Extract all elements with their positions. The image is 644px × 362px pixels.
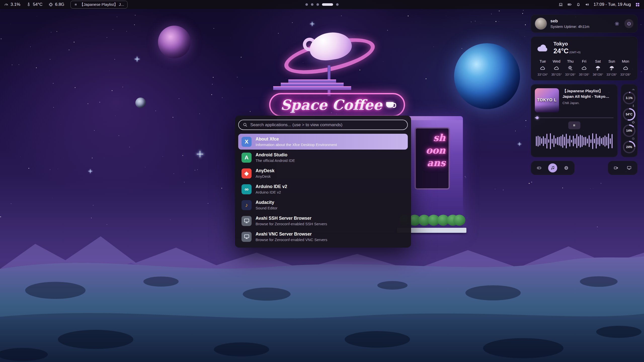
- pause-button[interactable]: [568, 121, 580, 129]
- anydesk-app-icon: ◆: [242, 168, 252, 178]
- notifications-icon: [576, 2, 581, 7]
- cloud-icon: [540, 65, 546, 71]
- umbrella-icon: [595, 65, 601, 71]
- launcher-item[interactable]: AAndroid StudioThe official Android IDE: [238, 150, 408, 165]
- forecast-day-thu: Thu33°/26°: [564, 59, 577, 76]
- chip-icon: [632, 121, 635, 124]
- waveform-bar: [552, 139, 553, 144]
- album-art[interactable]: TOKYO L: [535, 88, 559, 112]
- now-playing-module[interactable]: 【Japanese Playlist】 J...: [70, 1, 128, 9]
- waveform-bar: [576, 134, 577, 148]
- workspace-dot-5[interactable]: [336, 3, 339, 6]
- launcher-item[interactable]: XAbout XfceInformation about the Xfce De…: [238, 134, 408, 150]
- note-icon: [550, 165, 555, 170]
- waveform-bar: [608, 133, 609, 149]
- waveform-bar: [601, 138, 602, 144]
- temperature-gauge-value: 54°C: [626, 113, 633, 116]
- application-list: XAbout XfceInformation about the Xfce De…: [238, 134, 408, 245]
- globe-quick-button[interactable]: [562, 164, 570, 172]
- launcher-item[interactable]: ∞Arduino IDE v2Arduino IDE v2: [238, 181, 408, 197]
- waveform-bar: [559, 137, 560, 146]
- clock[interactable]: 17:09 - Tue, 19 Aug: [594, 2, 631, 7]
- gamepad-quick-button[interactable]: [535, 164, 543, 172]
- battery-button[interactable]: [567, 2, 572, 7]
- waveform-bar: [575, 138, 576, 144]
- waveform-bar: [583, 137, 584, 145]
- status-icons: [558, 2, 589, 7]
- workspace-indicator[interactable]: [305, 3, 339, 6]
- app-name: About Xfce: [256, 137, 337, 142]
- forecast-day-wed: Wed35°/25°: [550, 59, 564, 76]
- launcher-item[interactable]: ♪AudacitySound Editor: [238, 197, 408, 213]
- memory-indicator[interactable]: 6.8G: [49, 2, 64, 7]
- umbrella-icon: [609, 65, 615, 71]
- forecast-temps: 33°/26°: [607, 73, 617, 76]
- note-quick-button[interactable]: [548, 163, 557, 172]
- launcher-search[interactable]: [238, 120, 408, 130]
- waveform-bar: [569, 135, 570, 147]
- uptime-label: System Uptime: 4h11m: [550, 24, 589, 29]
- window-neon-text: sh: [433, 132, 446, 143]
- weather-timezone: (GMT+9): [569, 51, 580, 54]
- seek-bar[interactable]: [535, 116, 614, 119]
- memory-gauge-value: 14%: [626, 129, 632, 132]
- forecast-day-sat: Sat36°/26°: [591, 59, 605, 76]
- temperature-gauge-ring: 54°C: [623, 108, 635, 121]
- waveform-bar: [545, 138, 546, 144]
- notifications-button[interactable]: [576, 2, 581, 7]
- waveform-bar: [578, 136, 579, 146]
- waveform-bar: [590, 139, 591, 143]
- music-player-card: TOKYO L 【Japanese Playlist】 Japan All Ni…: [531, 84, 618, 157]
- app-description: The official Android IDE: [256, 158, 295, 163]
- forecast-day-fri: Fri35°/26°: [577, 59, 591, 76]
- camera-icon: [614, 165, 619, 170]
- search-icon: [243, 122, 248, 127]
- waveform-bar: [560, 136, 561, 146]
- workspace-dot-2[interactable]: [311, 3, 313, 6]
- workspace-dot-3[interactable]: [316, 3, 319, 6]
- waveform-bar: [597, 138, 598, 145]
- forecast-day-label: Sat: [595, 59, 601, 63]
- phone-link-button[interactable]: [558, 2, 563, 7]
- forecast-day-label: Mon: [622, 59, 629, 63]
- app-description: Browse for Zeroconf-enabled VNC Servers: [256, 238, 327, 242]
- waveform-bar: [592, 133, 593, 149]
- speedo-icon: [632, 88, 635, 91]
- xfce-app-icon: X: [242, 137, 252, 147]
- pause-icon: [572, 123, 576, 127]
- power-button[interactable]: [624, 19, 633, 28]
- roof-steps: [271, 79, 354, 90]
- waveform-bar: [568, 139, 569, 144]
- search-input[interactable]: [250, 122, 403, 127]
- cpu-indicator[interactable]: 3.1%: [4, 2, 20, 7]
- globe-icon: [564, 165, 569, 170]
- workspace-dot-1[interactable]: [305, 3, 308, 6]
- pause-icon: [74, 3, 77, 6]
- temperature-indicator[interactable]: 54°C: [26, 2, 43, 7]
- launcher-item[interactable]: Avahi SSH Server BrowserBrowse for Zeroc…: [238, 213, 408, 229]
- user-card: seb System Uptime: 4h11m: [531, 15, 637, 33]
- avatar[interactable]: [535, 18, 547, 30]
- waveform-bar: [543, 136, 544, 146]
- quick-buttons-row: [531, 161, 637, 175]
- track-title: 【Japanese Playlist】 Japan All Night - To…: [562, 88, 614, 99]
- forecast-day-label: Wed: [553, 59, 560, 63]
- forecast-day-sun: Sun33°/26°: [605, 59, 619, 76]
- monitor-quick-button[interactable]: [625, 164, 633, 172]
- settings-button[interactable]: [612, 19, 621, 28]
- launcher-item[interactable]: Avahi VNC Server BrowserBrowse for Zeroc…: [238, 229, 408, 245]
- weather-city: Tokyo: [553, 41, 581, 47]
- launcher-item[interactable]: ◆AnyDeskAnyDesk: [238, 165, 408, 181]
- app-description: Browse for Zeroconf-enabled SSH Servers: [256, 222, 327, 226]
- arduino-app-icon: ∞: [242, 184, 252, 194]
- volume-button[interactable]: [585, 2, 589, 7]
- forecast-row: Tue33°/24°Wed35°/25°Thu33°/26°Fri35°/26°…: [536, 59, 632, 76]
- cloud-icon: [553, 65, 559, 71]
- system-gauges: 3.1%54°C14%24%: [621, 84, 637, 157]
- camera-quick-button[interactable]: [612, 164, 620, 172]
- forecast-day-label: Tue: [540, 59, 546, 63]
- quick-buttons-right: [608, 161, 637, 175]
- app-grid-button[interactable]: [635, 2, 640, 7]
- workspace-dot-4[interactable]: [322, 3, 333, 6]
- seek-knob[interactable]: [536, 116, 539, 119]
